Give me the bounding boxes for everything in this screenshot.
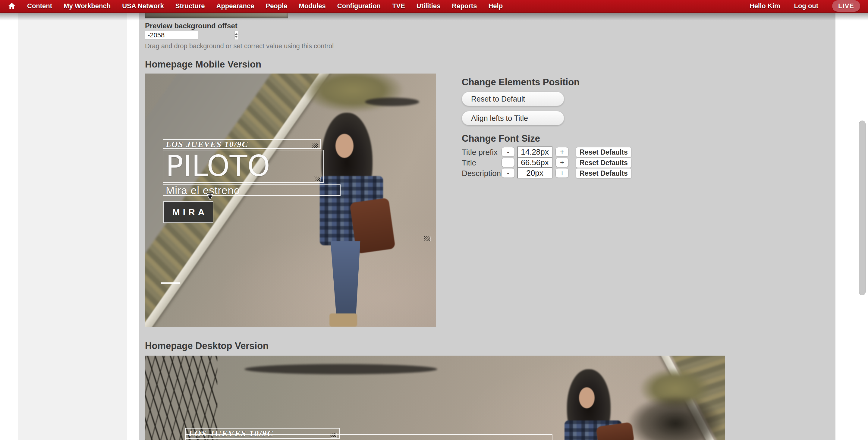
menu-item-help[interactable]: Help — [488, 2, 503, 10]
toolbar-shadow — [0, 13, 868, 21]
menu-item-usa-network[interactable]: USA Network — [122, 2, 164, 10]
mobile-preview-image[interactable]: LOS JUEVES 10/9C PILOTO Mira el estreno … — [145, 73, 436, 327]
offset-field-wrap — [145, 31, 198, 40]
increase-button[interactable]: + — [555, 158, 569, 167]
font-row-label-description: Description — [462, 169, 501, 178]
text-drag-cursor-icon — [206, 193, 214, 199]
menu-item-people[interactable]: People — [266, 2, 287, 10]
cutoff-image-sliver — [145, 13, 288, 19]
size-value-box[interactable]: 20px — [517, 167, 553, 179]
title-prefix-text: LOS JUEVES 10/9C — [163, 140, 320, 149]
greeting-text: Hello Kim — [749, 2, 780, 10]
font-panel-heading: Change Font Size — [462, 133, 540, 144]
reset-defaults-button[interactable]: Reset Defaults — [576, 147, 632, 157]
admin-toolbar: Content My Workbench USA Network Structu… — [0, 0, 868, 13]
vertical-scrollbar[interactable] — [859, 121, 866, 295]
decrease-button[interactable]: - — [501, 147, 515, 157]
desktop-section-heading: Homepage Desktop Version — [145, 341, 269, 351]
spinner-up-icon[interactable] — [235, 33, 238, 35]
font-row-label-title-prefix: Title prefix — [462, 148, 498, 157]
reset-defaults-button[interactable]: Reset Defaults — [576, 158, 632, 168]
desktop-preview-image[interactable]: LOS JUEVES 10/9C — [145, 356, 725, 440]
mira-cta-button[interactable]: MIRA — [163, 201, 213, 223]
spinner-down-icon[interactable] — [235, 36, 238, 38]
increase-button[interactable]: + — [555, 168, 569, 178]
mobile-section-heading: Homepage Mobile Version — [145, 59, 261, 70]
live-environment-badge[interactable]: LIVE — [832, 0, 860, 12]
image-resize-grip-icon[interactable] — [424, 236, 430, 241]
right-border-line — [843, 13, 843, 440]
photo-bush — [627, 395, 724, 440]
menu-item-configuration[interactable]: Configuration — [337, 2, 381, 10]
photo-tar-streak — [244, 364, 437, 374]
logout-link[interactable]: Log out — [794, 2, 818, 10]
menu-item-appearance[interactable]: Appearance — [216, 2, 254, 10]
title-prefix-box[interactable]: LOS JUEVES 10/9C — [163, 139, 321, 149]
photo-woman-boots — [330, 313, 357, 327]
position-panel-heading: Change Elements Position — [462, 77, 580, 88]
offset-help-text: Drag and drop background or set correct … — [145, 42, 334, 50]
left-sidebar-rail — [18, 13, 127, 440]
menu-item-my-workbench[interactable]: My Workbench — [64, 2, 111, 10]
font-row-label-title: Title — [462, 158, 476, 167]
offset-input[interactable] — [145, 31, 235, 39]
photo-grass-patch — [302, 73, 404, 113]
photo-branches — [145, 356, 217, 440]
photo-tar-streak — [365, 98, 419, 106]
resize-grip-icon[interactable] — [314, 177, 320, 181]
size-value-box[interactable]: 14.28px — [517, 147, 553, 157]
offset-label: Preview background offset — [145, 22, 238, 30]
photo-woman-face — [336, 134, 353, 158]
title-box[interactable]: PILOTO — [163, 150, 324, 183]
description-text: Mira el estreno — [163, 185, 340, 196]
offset-spinner[interactable] — [235, 31, 238, 39]
reset-position-button[interactable]: Reset to Default — [462, 92, 564, 106]
description-box[interactable]: Mira el estreno — [163, 184, 341, 196]
drag-indicator-line — [161, 282, 180, 284]
menu-item-reports[interactable]: Reports — [452, 2, 477, 10]
title-box-outline[interactable] — [185, 434, 553, 440]
title-text: PILOTO — [163, 150, 323, 182]
increase-button[interactable]: + — [555, 147, 569, 157]
size-value-box[interactable]: 66.56px — [517, 157, 553, 168]
decrease-button[interactable]: - — [501, 168, 515, 178]
photo-woman-face — [579, 387, 595, 408]
align-lefts-button[interactable]: Align lefts to Title — [462, 111, 564, 125]
photo-woman-jeans — [326, 241, 365, 322]
resize-grip-icon[interactable] — [312, 143, 318, 148]
menu-item-modules[interactable]: Modules — [299, 2, 326, 10]
menu-item-utilities[interactable]: Utilities — [416, 2, 440, 10]
reset-defaults-button[interactable]: Reset Defaults — [576, 168, 632, 179]
menu-item-structure[interactable]: Structure — [176, 2, 205, 10]
decrease-button[interactable]: - — [501, 158, 515, 167]
home-icon[interactable] — [8, 2, 16, 10]
menu-item-content[interactable]: Content — [27, 2, 52, 10]
menu-item-tve[interactable]: TVE — [392, 2, 405, 10]
